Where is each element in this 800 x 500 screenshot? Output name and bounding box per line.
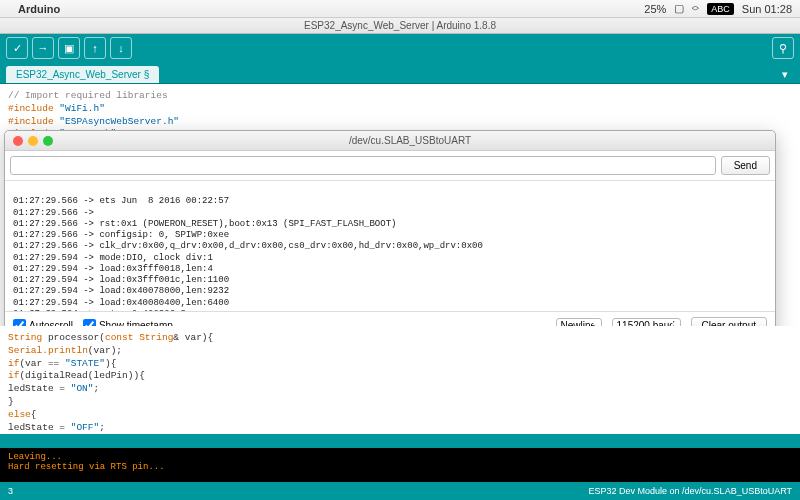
serial-monitor-window: /dev/cu.SLAB_USBtoUART Send 01:27:29.566…: [4, 130, 776, 340]
serial-input-row: Send: [5, 151, 775, 181]
code-editor-mid[interactable]: String processor(const String& var){ Ser…: [0, 326, 800, 434]
wifi-icon[interactable]: ⌔: [692, 3, 699, 15]
magnifier-icon: ⚲: [779, 42, 787, 55]
ide-status-bar: 3 ESP32 Dev Module on /dev/cu.SLAB_USBto…: [0, 482, 800, 500]
serial-monitor-button[interactable]: ⚲: [772, 37, 794, 59]
save-button[interactable]: ↓: [110, 37, 132, 59]
arrow-right-icon: →: [38, 42, 49, 54]
status-board-port: ESP32 Dev Module on /dev/cu.SLAB_USBtoUA…: [589, 486, 792, 496]
app-name[interactable]: Arduino: [18, 3, 60, 15]
battery-icon: ▢: [674, 2, 684, 15]
mac-menubar: Arduino 25% ▢ ⌔ ABC Sun 01:28: [0, 0, 800, 18]
battery-indicator[interactable]: 25%: [644, 3, 666, 15]
input-source-badge[interactable]: ABC: [707, 3, 734, 15]
console-line: Leaving...: [8, 452, 792, 462]
console-line: Hard resetting via RTS pin...: [8, 462, 792, 472]
new-button[interactable]: ▣: [58, 37, 80, 59]
ide-titlebar: ESP32_Async_Web_Server | Arduino 1.8.8: [0, 18, 800, 34]
ide-console[interactable]: Leaving... Hard resetting via RTS pin...: [0, 448, 800, 482]
status-line-number: 3: [8, 486, 13, 496]
ide-toolbar: ✓ → ▣ ↑ ↓ ⚲: [0, 34, 800, 62]
upload-button[interactable]: →: [32, 37, 54, 59]
code-editor-top[interactable]: // Import required libraries #include "W…: [0, 84, 800, 130]
chevron-down-icon: ▾: [782, 68, 788, 80]
minimize-icon[interactable]: [28, 136, 38, 146]
open-button[interactable]: ↑: [84, 37, 106, 59]
check-icon: ✓: [13, 42, 22, 55]
serial-send-input[interactable]: [10, 156, 716, 175]
serial-title: /dev/cu.SLAB_USBtoUART: [53, 135, 767, 146]
serial-send-button[interactable]: Send: [721, 156, 770, 175]
serial-titlebar[interactable]: /dev/cu.SLAB_USBtoUART: [5, 131, 775, 151]
tab-sketch[interactable]: ESP32_Async_Web_Server §: [6, 66, 159, 83]
close-icon[interactable]: [13, 136, 23, 146]
editor-tabs: ESP32_Async_Web_Server § ▾: [0, 62, 800, 84]
clock[interactable]: Sun 01:28: [742, 3, 792, 15]
file-icon: ▣: [64, 42, 74, 55]
serial-output[interactable]: 01:27:29.566 -> ets Jun 8 2016 00:22:57 …: [5, 181, 775, 311]
arrow-up-icon: ↑: [92, 42, 98, 54]
window-title: ESP32_Async_Web_Server | Arduino 1.8.8: [304, 20, 496, 31]
arrow-down-icon: ↓: [118, 42, 124, 54]
ide-message-bar: [0, 434, 800, 448]
zoom-icon[interactable]: [43, 136, 53, 146]
tabs-menu-button[interactable]: ▾: [776, 66, 794, 83]
verify-button[interactable]: ✓: [6, 37, 28, 59]
